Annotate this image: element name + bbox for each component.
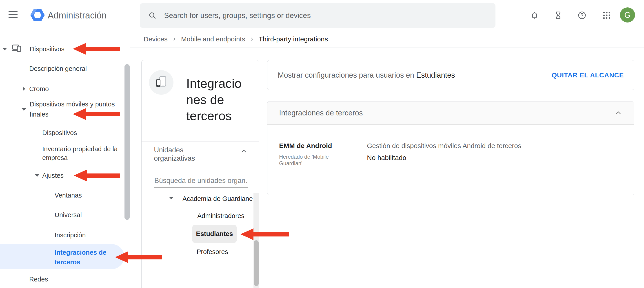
breadcrumb-devices[interactable]: Devices xyxy=(144,35,168,43)
sidebar-scrollbar[interactable] xyxy=(124,64,130,220)
sidebar-item-dispositivos[interactable]: Dispositivos xyxy=(30,44,64,54)
remove-scope-button[interactable]: QUITAR EL ALCANCE xyxy=(552,71,624,79)
panel-divider xyxy=(142,141,259,142)
sidebar-item-inscripcion[interactable]: Inscripción xyxy=(54,230,86,240)
sidebar-item-dispositivos-child[interactable]: Dispositivos xyxy=(42,128,77,138)
help-icon[interactable] xyxy=(577,11,587,20)
devices-icon xyxy=(12,44,22,54)
collapse-chevron-up-icon[interactable] xyxy=(615,110,622,116)
header-divider xyxy=(130,47,644,48)
sidebar-item-ajustes[interactable]: Ajustes xyxy=(42,171,64,181)
scope-value: Estudiantes xyxy=(416,71,455,79)
org-units-header: Unidades organizativas xyxy=(154,146,208,163)
annotation-arrow-dispositivos xyxy=(73,43,120,55)
global-search-bar[interactable] xyxy=(140,3,496,28)
collapse-chevron-up-icon[interactable] xyxy=(240,149,247,154)
chevron-right-icon xyxy=(172,37,177,42)
sidebar-item-redes[interactable]: Redes xyxy=(29,274,48,284)
tree-item-academia[interactable]: Academia de Guardiane xyxy=(182,194,254,204)
scope-text: Mostrar configuraciones para usuarios en… xyxy=(278,71,455,79)
sidebar-item-cromo[interactable]: Cromo xyxy=(29,84,49,94)
mobile-devices-icon xyxy=(149,70,174,95)
chevron-down-icon[interactable] xyxy=(35,174,39,177)
avatar[interactable]: G xyxy=(620,8,635,23)
tree-item-profesores[interactable]: Profesores xyxy=(196,247,228,257)
annotation-arrow-moviles-finales xyxy=(73,108,120,120)
chevron-right-icon xyxy=(249,37,254,42)
tree-expand-chevron-icon[interactable] xyxy=(169,197,173,199)
third-party-integrations-card: Integraciones de terceros EMM de Android… xyxy=(267,101,634,195)
integrations-card-title: Integraciones de terceros xyxy=(279,109,363,117)
integrations-card-header[interactable]: Integraciones de terceros xyxy=(268,101,634,125)
tree-item-administradores[interactable]: Administradores xyxy=(197,211,244,221)
integration-inherited-from: Heredado de 'Mobile Guardian' xyxy=(279,154,335,167)
search-input[interactable] xyxy=(164,11,479,20)
integration-status: No habilitado xyxy=(367,154,406,162)
apps-grid-icon[interactable] xyxy=(602,11,612,20)
sidebar-item-integraciones-terceros[interactable]: Integraciones de terceros xyxy=(54,248,111,267)
panel-title: Integracio nes de terceros xyxy=(186,75,256,124)
sidebar-item-descripcion-general[interactable]: Descripción general xyxy=(29,64,87,74)
integration-description: Gestión de dispositivos móviles Android … xyxy=(367,142,521,150)
sidebar-item-universal[interactable]: Universal xyxy=(54,210,82,220)
search-icon xyxy=(148,11,157,20)
breadcrumb-mobile-endpoints[interactable]: Mobile and endpoints xyxy=(181,35,245,43)
integration-name: EMM de Android xyxy=(279,142,332,150)
menu-icon[interactable] xyxy=(8,11,18,19)
annotation-arrow-ajustes xyxy=(74,170,120,181)
sidebar-item-inventario[interactable]: Inventario propiedad de la empresa xyxy=(42,145,121,162)
org-panel-scrollbar-thumb[interactable] xyxy=(254,240,259,286)
admin-console-screen: Administración G Devices Mobile and endp… xyxy=(0,0,644,288)
annotation-arrow-estudiantes xyxy=(240,228,289,240)
admin-logo-icon xyxy=(30,8,45,22)
notifications-bell-icon[interactable] xyxy=(530,11,539,20)
org-unit-search-input[interactable] xyxy=(154,174,248,188)
chevron-down-icon[interactable] xyxy=(22,108,26,111)
sidebar-item-ventanas[interactable]: Ventanas xyxy=(54,190,82,200)
chevron-right-icon[interactable] xyxy=(23,87,25,91)
breadcrumb: Devices Mobile and endpoints Third-party… xyxy=(144,33,328,45)
annotation-arrow-integraciones xyxy=(115,251,162,263)
tree-item-estudiantes-selected[interactable]: Estudiantes xyxy=(192,225,236,243)
app-title: Administración xyxy=(48,10,106,21)
breadcrumb-current-page: Third-party integrations xyxy=(259,35,328,43)
pending-tasks-hourglass-icon[interactable] xyxy=(554,11,563,20)
scope-bar: Mostrar configuraciones para usuarios en… xyxy=(267,60,634,90)
chevron-down-icon[interactable] xyxy=(2,48,7,50)
